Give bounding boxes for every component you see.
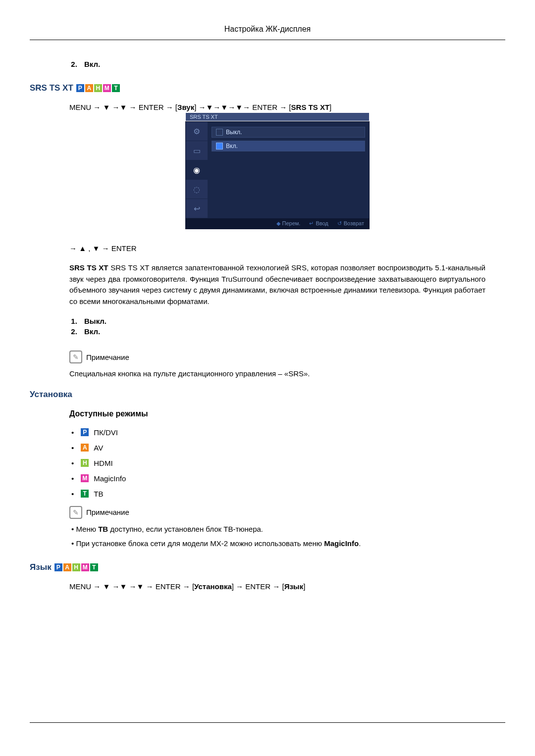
osd-sidebar: ⚙ ▭ ◉ ◌ ↩ — [186, 122, 208, 218]
osd-option-off: Выкл. — [212, 127, 365, 138]
leading-numbered-list: Вкл. — [69, 60, 485, 68]
osd-body: Выкл. Вкл. — [208, 122, 369, 218]
setup-modes-heading: Доступные режимы — [69, 409, 485, 418]
section-setup-title: Установка — [30, 390, 72, 400]
badge-a-icon: A — [63, 563, 71, 571]
list-item: Вкл. — [79, 60, 485, 68]
mode-item-mi: MMagicInfo — [71, 474, 485, 483]
badge-t-icon: T — [81, 490, 89, 498]
footer-rule — [30, 722, 505, 723]
menu-path-lang: MENU → ▼ →▼ →▼ → ENTER → [Установка] → E… — [69, 582, 485, 591]
section-lang-title: Язык — [30, 562, 52, 572]
option-mark-icon — [216, 143, 223, 150]
header-rule — [30, 40, 505, 40]
osd-option-label: Вкл. — [226, 143, 238, 150]
badge-h-icon: H — [72, 563, 80, 571]
note-title: Примечание — [86, 508, 129, 516]
mode-badges: P A H M T — [54, 563, 98, 571]
section-setup-heading: Установка — [30, 390, 505, 400]
setup-note-1: Меню ТВ доступно, если установлен блок Т… — [71, 525, 485, 533]
section-srs-title: SRS TS XT — [30, 83, 73, 93]
badge-m-icon: M — [81, 474, 89, 482]
osd-tab-icon: ◉ — [186, 160, 208, 180]
badge-p-icon: P — [76, 84, 84, 92]
badge-t-icon: T — [90, 563, 98, 571]
setup-notes-list: Меню ТВ доступно, если установлен блок Т… — [69, 525, 485, 548]
mode-item-tv: TТВ — [71, 490, 485, 498]
srs-description: SRS TS XT SRS TS XT является запатентова… — [69, 262, 485, 307]
osd-title: SRS TS XT — [186, 113, 369, 121]
mode-badges: P A H M T — [76, 84, 120, 92]
setup-note-2: При установке блока сети для модели MX-2… — [71, 539, 485, 548]
section-lang-heading: Язык P A H M T — [30, 562, 505, 572]
badge-p-icon: P — [81, 428, 89, 436]
note-icon — [69, 351, 82, 363]
badge-t-icon: T — [112, 84, 120, 92]
osd-option-on: Вкл. — [212, 141, 365, 151]
badge-p-icon: P — [54, 563, 62, 571]
menu-path-srs-2: → ▲ , ▼ → ENTER — [69, 244, 485, 252]
osd-footer-enter: Ввод — [309, 220, 328, 227]
section-srs-heading: SRS TS XT P A H M T — [30, 83, 505, 93]
osd-tab-icon: ⚙ — [186, 122, 208, 141]
osd-option-label: Выкл. — [226, 129, 242, 136]
note-heading: Примечание — [69, 351, 485, 363]
badge-m-icon: M — [81, 563, 89, 571]
badge-h-icon: H — [81, 459, 89, 467]
badge-m-icon: M — [103, 84, 111, 92]
option-mark-icon — [216, 129, 223, 136]
mode-item-hdmi: HHDMI — [71, 459, 485, 467]
note-title: Примечание — [86, 353, 129, 361]
badge-a-icon: A — [85, 84, 93, 92]
list-item: Выкл. — [79, 317, 485, 325]
badge-h-icon: H — [94, 84, 102, 92]
mode-item-pk: PПК/DVI — [71, 428, 485, 437]
osd-srs: SRS TS XT ⚙ ▭ ◉ ◌ ↩ Выкл. — [185, 121, 370, 229]
page-header: Настройка ЖК-дисплея — [30, 25, 505, 34]
list-item: Вкл. — [79, 327, 485, 336]
osd-footer-return: Возврат — [337, 220, 364, 227]
badge-a-icon: A — [81, 444, 89, 452]
note-heading: Примечание — [69, 506, 485, 519]
osd-footer: Перем. Ввод Возврат — [186, 218, 369, 229]
srs-note-text: Специальная кнопка на пульте дистанционн… — [69, 368, 485, 380]
osd-tab-icon: ◌ — [186, 180, 208, 199]
mode-list: PПК/DVI AAV HHDMI MMagicInfo TТВ — [69, 428, 485, 498]
osd-tab-icon: ▭ — [186, 141, 208, 160]
osd-tab-icon: ↩ — [186, 199, 208, 218]
menu-path-srs-1: MENU → ▼ →▼ → ENTER → [Звук] →▼→▼→▼→ ENT… — [69, 103, 485, 111]
srs-options-list: Выкл. Вкл. — [69, 317, 485, 336]
note-icon — [69, 506, 82, 519]
osd-footer-move: Перем. — [276, 220, 301, 227]
mode-item-av: AAV — [71, 444, 485, 452]
